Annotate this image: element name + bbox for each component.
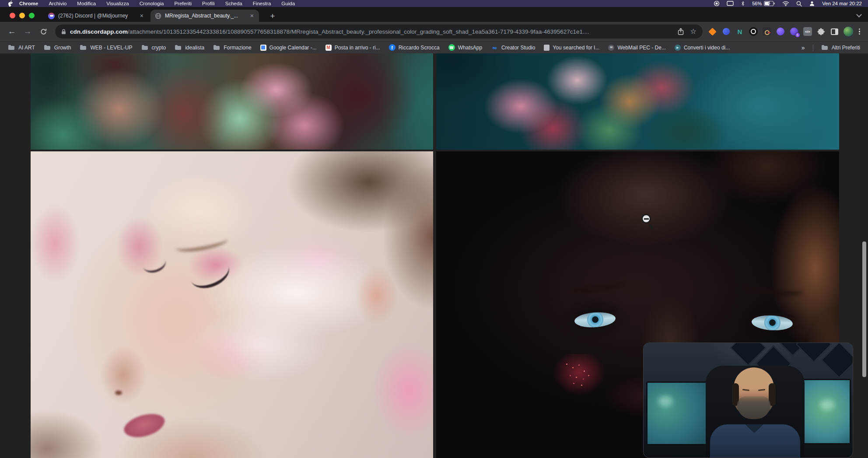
- bookmark-facebook-profile[interactable]: fRiccardo Scrocca: [385, 43, 443, 52]
- bookmark-webmail-pec[interactable]: ✉WebMail PEC - De...: [605, 43, 669, 52]
- close-window-button[interactable]: [10, 13, 15, 18]
- menu-guida[interactable]: Guida: [281, 1, 295, 6]
- bookmark-whatsapp[interactable]: ☎WhatsApp: [445, 43, 486, 52]
- other-bookmarks-folder[interactable]: Altri Preferiti: [818, 43, 864, 52]
- mail-icon: ✉: [608, 45, 614, 51]
- menu-visualizza[interactable]: Visualizza: [106, 1, 129, 6]
- globe-favicon: [155, 13, 161, 19]
- code-extension-icon[interactable]: </>: [803, 27, 812, 36]
- menu-finestra[interactable]: Finestra: [253, 1, 271, 6]
- new-tab-button[interactable]: +: [267, 10, 278, 22]
- extensions-row: N 6 </>: [708, 27, 863, 36]
- bookmark-folder-formazione[interactable]: Formazione: [210, 43, 255, 52]
- portrait-eye-left: [568, 306, 622, 332]
- portrait-nostril: [115, 391, 122, 395]
- portrait-eyebrow: [175, 233, 228, 255]
- password-key-extension-icon[interactable]: [763, 27, 771, 36]
- portrait-eyebrow: [742, 280, 804, 297]
- bookmark-star-icon[interactable]: ☆: [690, 28, 696, 35]
- menu-archivio[interactable]: Archivio: [49, 1, 66, 6]
- chrome-menu-kebab-icon[interactable]: [857, 28, 862, 35]
- bookmark-gmail-inbox[interactable]: MPosta in arrivo - ri...: [322, 43, 384, 52]
- fullscreen-window-button[interactable]: [29, 13, 35, 18]
- background-monitor-left: [646, 381, 711, 445]
- generated-image-top-left[interactable]: [31, 53, 433, 150]
- browser-toolbar: ← → cdn.discordapp.com/attachments/10135…: [0, 22, 868, 41]
- bookmark-folder-ai-art[interactable]: AI ART: [4, 43, 38, 52]
- teal-n-extension-icon[interactable]: N: [735, 27, 745, 36]
- folder-icon: [821, 44, 829, 51]
- purple-badged-extension-icon[interactable]: 6: [789, 27, 799, 36]
- metamask-extension-icon[interactable]: [708, 27, 718, 36]
- portrait-red-glitter: [553, 354, 606, 395]
- folder-icon: [175, 44, 182, 51]
- extension-badge: 6: [795, 32, 800, 38]
- calendar-icon: [260, 45, 266, 51]
- bookmark-folder-web-level-up[interactable]: WEB - LEVEL-UP: [76, 43, 136, 52]
- zoom-out-cursor: [640, 213, 655, 231]
- battery-percent: 56%: [752, 1, 762, 6]
- bookmark-folder-idealista[interactable]: idealista: [171, 43, 208, 52]
- tab-close-icon[interactable]: ×: [139, 13, 144, 19]
- portrait-eye-right: [746, 309, 800, 335]
- extensions-puzzle-icon[interactable]: [816, 27, 826, 36]
- wifi-icon[interactable]: [782, 1, 789, 6]
- display-icon[interactable]: [727, 1, 734, 6]
- black-circle-extension-icon[interactable]: [749, 27, 758, 36]
- menu-modifica[interactable]: Modifica: [77, 1, 96, 6]
- bookmark-creator-studio[interactable]: ∞Creator Studio: [487, 43, 539, 52]
- blue-wallet-extension-icon[interactable]: [721, 27, 731, 36]
- address-bar[interactable]: cdn.discordapp.com/attachments/101351233…: [55, 24, 703, 38]
- meta-icon: ∞: [491, 44, 498, 51]
- menu-scheda[interactable]: Scheda: [225, 1, 242, 6]
- battery-indicator[interactable]: 56%: [752, 1, 775, 6]
- folder-icon: [80, 44, 87, 51]
- screen: Chrome Archivio Modifica Visualizza Cron…: [0, 0, 868, 458]
- side-panel-icon[interactable]: [830, 27, 840, 36]
- share-icon[interactable]: [678, 28, 684, 35]
- bookmark-you-searched[interactable]: You searched for I...: [540, 43, 603, 52]
- gmail-icon: M: [326, 45, 332, 51]
- whatsapp-icon: ☎: [448, 44, 455, 51]
- url-text[interactable]: cdn.discordapp.com/attachments/101351233…: [70, 28, 674, 35]
- bookmarks-bar: AI ART Growth WEB - LEVEL-UP crypto idea…: [0, 41, 868, 53]
- generated-image-top-right[interactable]: [436, 53, 839, 150]
- tab-image-active[interactable]: MRregista_Abstract_beauty._... ×: [150, 10, 259, 22]
- tab-discord[interactable]: (2762) Discord | @Midjourney ×: [44, 10, 149, 22]
- tab-search-chevron-icon[interactable]: [856, 12, 862, 17]
- facebook-icon: f: [389, 44, 396, 51]
- folder-icon: [141, 44, 149, 51]
- bookmarks-overflow-chevron[interactable]: »: [798, 44, 808, 51]
- forward-button[interactable]: →: [21, 25, 34, 38]
- bookmark-converti-video[interactable]: ▶Converti i video di...: [671, 43, 733, 52]
- purple-extension-icon[interactable]: [776, 27, 785, 36]
- minimize-window-button[interactable]: [19, 13, 25, 18]
- menu-profili[interactable]: Profili: [202, 1, 215, 6]
- generated-image-bottom-left[interactable]: [31, 151, 433, 458]
- profile-avatar[interactable]: [844, 27, 853, 36]
- vertical-scrollbar-thumb[interactable]: [862, 241, 866, 377]
- bookmark-google-calendar[interactable]: Google Calendar -...: [257, 43, 320, 52]
- reload-button[interactable]: [37, 25, 50, 38]
- folder-icon: [213, 44, 220, 51]
- discord-favicon: [48, 13, 55, 19]
- bookmark-folder-growth[interactable]: Growth: [40, 43, 75, 52]
- bookmark-folder-crypto[interactable]: crypto: [138, 43, 170, 52]
- menu-preferiti[interactable]: Preferiti: [174, 1, 192, 6]
- back-button[interactable]: ←: [5, 25, 18, 38]
- menu-cronologia[interactable]: Cronologia: [140, 1, 164, 6]
- macos-menu-bar: Chrome Archivio Modifica Visualizza Cron…: [0, 0, 868, 7]
- lock-icon[interactable]: [61, 29, 66, 35]
- spotlight-search-icon[interactable]: [796, 1, 802, 7]
- user-switch-icon[interactable]: [809, 1, 815, 6]
- portrait-eyebrow: [565, 276, 627, 295]
- apple-logo-icon[interactable]: [8, 0, 13, 7]
- portrait-eyelash: [142, 259, 168, 276]
- divider: [813, 44, 813, 51]
- screen-record-icon[interactable]: [714, 0, 720, 7]
- url-path: /attachments/1013512335442333816/1088905…: [128, 28, 589, 35]
- bluetooth-icon[interactable]: [741, 0, 745, 7]
- tab-close-icon[interactable]: ×: [249, 13, 255, 19]
- menu-chrome[interactable]: Chrome: [19, 1, 38, 6]
- menu-bar-clock[interactable]: Ven 24 mar 20:22: [822, 1, 862, 6]
